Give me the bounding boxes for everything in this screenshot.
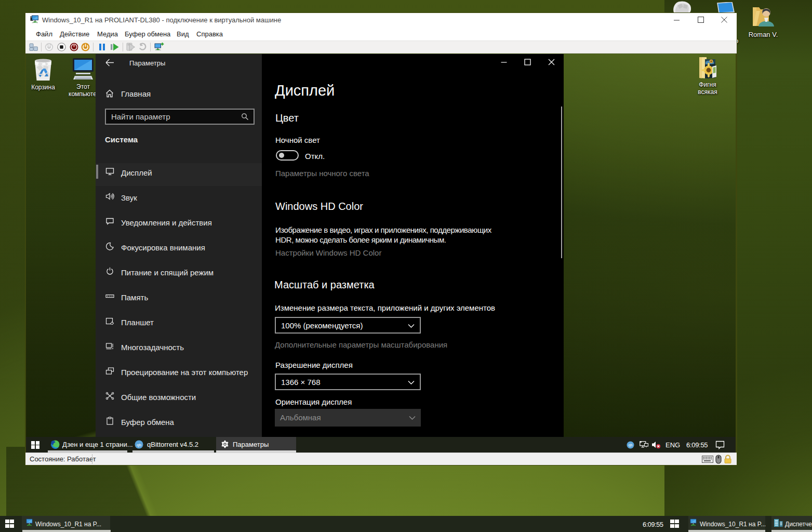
svg-text:qb: qb — [137, 443, 141, 447]
svg-text:qb: qb — [629, 443, 633, 447]
